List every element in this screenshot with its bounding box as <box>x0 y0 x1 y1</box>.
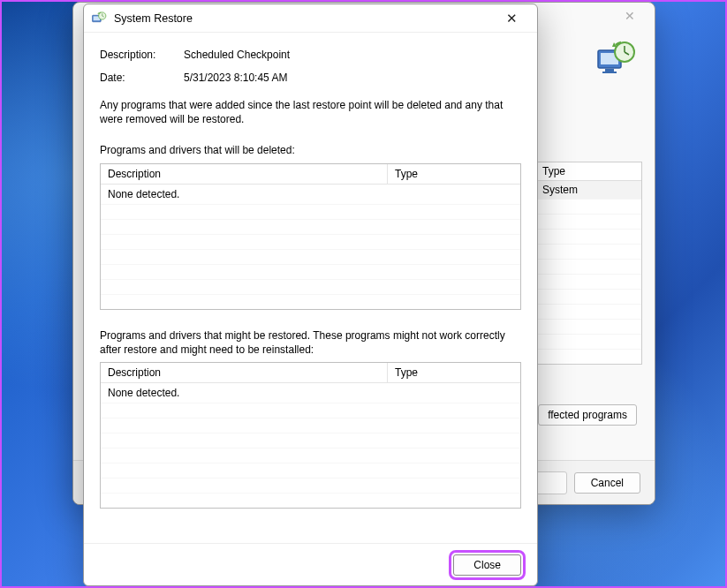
explanation-text: Any programs that were added since the l… <box>100 98 521 126</box>
close-icon[interactable]: ✕ <box>493 6 530 31</box>
grid-header-description[interactable]: Description <box>101 363 388 382</box>
date-label: Date: <box>100 72 184 84</box>
scan-affected-programs-button-fragment[interactable]: ffected programs <box>538 404 637 426</box>
deleted-none-detected: None detected. <box>101 185 520 204</box>
titlebar: System Restore ✕ <box>84 4 537 33</box>
cancel-button[interactable]: Cancel <box>574 472 640 494</box>
parent-restore-points-table-fragment: Type System <box>536 162 642 365</box>
restored-section-label: Programs and drivers that might be resto… <box>100 329 521 357</box>
grid-header-description[interactable]: Description <box>101 164 388 184</box>
close-button[interactable]: Close <box>453 554 521 576</box>
svg-rect-2 <box>605 69 614 72</box>
restored-none-detected: None detected. <box>101 383 520 403</box>
system-restore-icon <box>594 38 637 80</box>
dialog-bottom-bar: Close <box>84 543 537 585</box>
dialog-title: System Restore <box>114 12 493 25</box>
svg-rect-3 <box>602 72 617 73</box>
date-value: 5/31/2023 8:10:45 AM <box>184 72 287 84</box>
grid-header-type[interactable]: Type <box>388 164 520 184</box>
system-restore-icon <box>91 11 107 26</box>
parent-table-row-type: System <box>537 181 641 199</box>
grid-header-type[interactable]: Type <box>388 363 520 382</box>
deleted-programs-grid[interactable]: Description Type None detected. <box>100 163 521 310</box>
parent-table-header-type: Type <box>537 162 641 181</box>
dialog-content: Description: Scheduled Checkpoint Date: … <box>84 33 537 543</box>
description-label: Description: <box>100 49 184 61</box>
description-value: Scheduled Checkpoint <box>184 49 290 61</box>
system-restore-details-dialog: System Restore ✕ Description: Scheduled … <box>83 4 538 586</box>
deleted-section-label: Programs and drivers that will be delete… <box>100 144 521 158</box>
restored-programs-grid[interactable]: Description Type None detected. <box>100 362 521 509</box>
close-icon-disabled: ✕ <box>612 4 647 27</box>
